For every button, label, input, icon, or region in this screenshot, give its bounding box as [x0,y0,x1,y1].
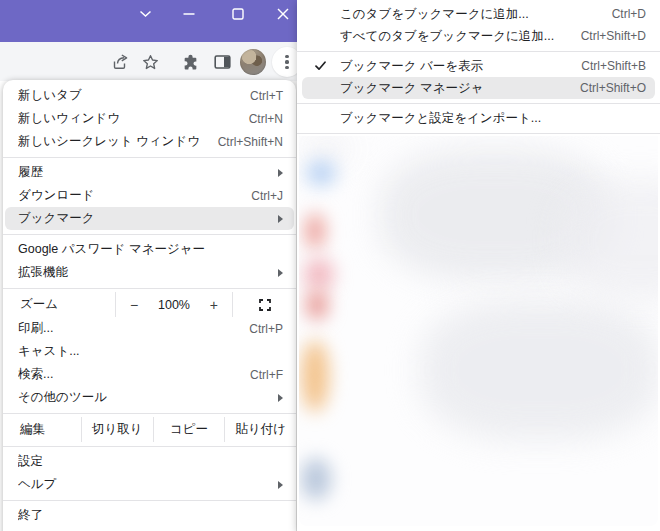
check-icon [315,61,326,71]
menu-item-shortcut: Ctrl+Shift+D [581,29,646,43]
menu-item-label: Google パスワード マネージャー [18,241,283,258]
menu-item-shortcut: Ctrl+F [250,368,283,382]
menu-item-extensions[interactable]: 拡張機能 [5,261,294,284]
menu-item-cast[interactable]: キャスト... [5,340,294,363]
minimize-icon [183,12,195,16]
menu-item-label: その他のツール [18,389,270,406]
menu-item-zoom: ズーム−100%+ [3,292,296,317]
menu-item-cut[interactable]: 切り取り [82,417,153,442]
close-icon [277,8,289,20]
zoom-in-button[interactable]: + [196,292,232,317]
menu-item-label: 終了 [18,507,283,524]
submenu-arrow-icon [278,269,283,277]
menu-item-label: ブックマーク [18,210,270,227]
menu-item-copy[interactable]: コピー [154,417,225,442]
menu-item-show-bookmarks-bar[interactable]: ブックマーク バーを表示Ctrl+Shift+B [302,55,655,77]
menu-item-paste[interactable]: 貼り付け [225,417,296,442]
menu-item-label: キャスト... [18,343,283,360]
menu-item-print[interactable]: 印刷...Ctrl+P [5,317,294,340]
menu-separator [3,157,296,158]
menu-item-downloads[interactable]: ダウンロードCtrl+J [5,184,294,207]
side-panel-button[interactable] [208,48,236,76]
menu-item-exit[interactable]: 終了 [5,504,294,527]
menu-item-settings[interactable]: 設定 [5,450,294,473]
blurred-content [420,300,658,440]
fullscreen-button[interactable] [233,292,296,317]
fullscreen-icon [259,299,271,311]
maximize-button[interactable] [225,2,251,26]
blurred-favicon [306,290,328,320]
menu-item-bookmark-this-tab[interactable]: このタブをブックマークに追加...Ctrl+D [302,3,655,25]
close-button[interactable] [270,2,296,26]
bookmark-star-button[interactable] [136,48,164,76]
share-button[interactable] [106,48,134,76]
menu-item-shortcut: Ctrl+J [251,189,283,203]
menu-separator [297,51,660,52]
menu-item-more-tools[interactable]: その他のツール [5,386,294,409]
submenu-arrow-icon [278,394,283,402]
menu-item-edit: 編集切り取りコピー貼り付け [3,417,296,442]
menu-item-new-tab[interactable]: 新しいタブCtrl+T [5,84,294,107]
three-dot-icon [285,55,288,70]
menu-item-label: このタブをブックマークに追加... [340,6,600,23]
menu-separator [297,133,660,134]
menu-item-label: 拡張機能 [18,264,270,281]
blurred-favicon [301,458,331,500]
menu-item-label: ブックマークと設定をインポート... [340,110,646,127]
menu-separator [3,234,296,235]
menu-item-history[interactable]: 履歴 [5,161,294,184]
star-icon [142,54,159,71]
menu-separator [3,413,296,414]
menu-item-shortcut: Ctrl+Shift+O [580,81,646,95]
menu-item-new-incognito-window[interactable]: 新しいシークレット ウィンドウCtrl+Shift+N [5,130,294,153]
menu-item-shortcut: Ctrl+Shift+B [581,59,646,73]
menu-item-label: ブックマーク バーを表示 [340,58,569,75]
bookmarks-submenu: このタブをブックマークに追加...Ctrl+Dすべてのタブをブックマークに追加.… [297,0,660,531]
menu-item-find[interactable]: 検索...Ctrl+F [5,363,294,386]
blurred-favicon [301,340,329,412]
zoom-out-button[interactable]: − [116,292,152,317]
maximize-icon [232,8,244,20]
menu-item-bookmarks[interactable]: ブックマーク [5,207,294,230]
share-icon [112,54,129,70]
blurred-content [305,138,349,160]
menu-item-label: 新しいタブ [18,87,238,104]
menu-item-bookmark-all-tabs[interactable]: すべてのタブをブックマークに追加...Ctrl+Shift+D [302,25,655,47]
menu-item-label: 検索... [18,366,238,383]
menu-item-shortcut: Ctrl+P [249,322,283,336]
menu-separator [3,288,296,289]
menu-separator [297,103,660,104]
menu-item-label: 履歴 [18,164,270,181]
submenu-arrow-icon [278,215,283,223]
zoom-level: 100% [152,292,196,317]
menu-item-import-bookmarks-and-settings[interactable]: ブックマークと設定をインポート... [302,107,655,129]
menu-item-label: すべてのタブをブックマークに追加... [340,28,569,45]
chevron-down-icon [139,10,152,18]
profile-button[interactable] [239,48,267,76]
menu-item-label: 新しいウィンドウ [18,110,237,127]
blurred-favicon [306,160,336,186]
submenu-arrow-icon [278,481,283,489]
menu-item-bookmark-manager[interactable]: ブックマーク マネージャCtrl+Shift+O [302,77,655,99]
extensions-button[interactable] [176,48,204,76]
menu-item-google-password-manager[interactable]: Google パスワード マネージャー [5,238,294,261]
menu-item-label: 印刷... [18,320,237,337]
menu-item-shortcut: Ctrl+T [250,89,283,103]
menu-item-shortcut: Ctrl+N [249,112,283,126]
browser-window: 新しいタブCtrl+T新しいウィンドウCtrl+N新しいシークレット ウィンドウ… [0,0,660,531]
menu-item-label: ヘルプ [18,476,270,493]
submenu-arrow-icon [278,169,283,177]
tab-search-button[interactable] [132,2,158,26]
menu-item-help[interactable]: ヘルプ [5,473,294,496]
blurred-bookmark-list [299,136,658,526]
browser-main-menu: 新しいタブCtrl+T新しいウィンドウCtrl+N新しいシークレット ウィンドウ… [3,80,296,531]
blurred-favicon [305,213,325,249]
side-panel-icon [214,54,231,70]
edit-label: 編集 [3,417,81,442]
menu-item-new-window[interactable]: 新しいウィンドウCtrl+N [5,107,294,130]
minimize-button[interactable] [176,2,202,26]
puzzle-icon [182,54,199,71]
menu-item-label: ダウンロード [18,187,239,204]
check-icon [315,61,326,71]
menu-separator [3,500,296,501]
